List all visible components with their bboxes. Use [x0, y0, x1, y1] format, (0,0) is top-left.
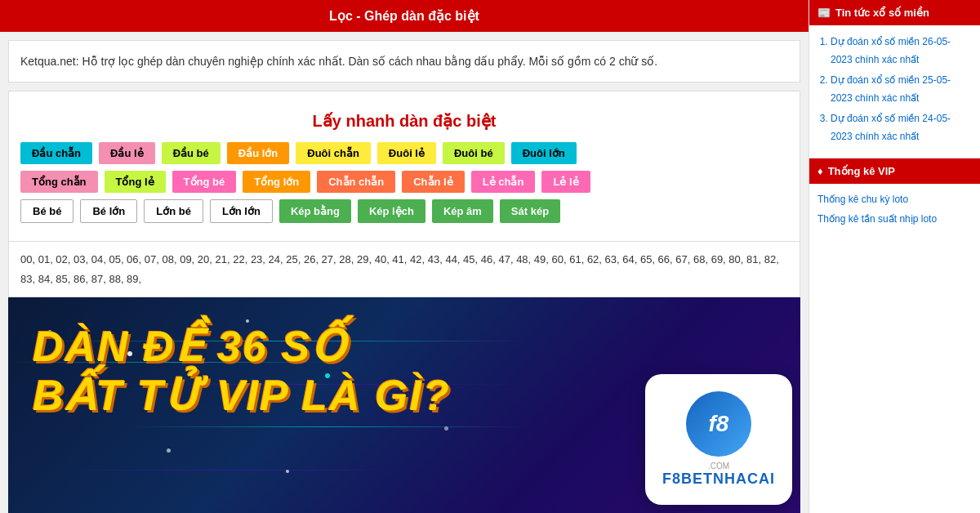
filter-row-2: Tổng chẵn Tổng lẻ Tổng bé Tổng lớn Chẵn … [20, 171, 788, 193]
vip-item-2-text: Thống kê tần suất nhịp loto [817, 213, 937, 225]
main-content: Lọc - Ghép dàn đặc biệt Ketqua.net: Hỗ t… [0, 0, 808, 513]
f8bet-domain-text: .COM [708, 462, 729, 471]
quick-title: Lấy nhanh dàn đặc biệt [20, 103, 788, 142]
sidebar-news-content: Dự đoán xổ số miền 26-05-2023 chính xác … [809, 25, 980, 158]
f8bet-brand-name: F8BETNHACAI [662, 471, 775, 488]
filter-duoi-le[interactable]: Đuôi lẻ [377, 142, 436, 164]
filter-duoi-lon[interactable]: Đuôi lớn [511, 142, 577, 164]
news-item-2[interactable]: Dự đoán xổ số miền 25-05-2023 chính xác … [831, 72, 972, 107]
filter-kep-am[interactable]: Kép âm [432, 199, 493, 223]
news-item-2-text: Dự đoán xổ số miền 25-05-2023 chính xác … [831, 74, 951, 104]
f8bet-logo-text: f8 [709, 411, 729, 437]
filter-le-chan[interactable]: Lẻ chẵn [471, 171, 536, 193]
sidebar-news-header-label: Tin tức xổ số miền [835, 7, 929, 19]
filter-duoi-chan[interactable]: Đuôi chẵn [296, 142, 371, 164]
info-box: Ketqua.net: Hỗ trợ lọc ghép dàn chuyên n… [8, 40, 800, 83]
sidebar: 📰 Tin tức xổ số miền Dự đoán xổ số miền … [808, 0, 980, 513]
page-title: Lọc - Ghép dàn đặc biệt [329, 9, 479, 23]
filter-sat-kep[interactable]: Sát kép [500, 199, 560, 223]
info-text: Ketqua.net: Hỗ trợ lọc ghép dàn chuyên n… [20, 55, 657, 68]
filter-tong-lon[interactable]: Tổng lớn [243, 171, 310, 193]
banner-text-line2: BẤT TỬ VIP LÀ GÌ? [33, 371, 451, 420]
filter-be-lon[interactable]: Bé lớn [80, 199, 137, 223]
filter-dau-be[interactable]: Đầu bé [162, 142, 220, 164]
filter-tong-be[interactable]: Tổng bé [172, 171, 237, 193]
vip-item-2[interactable]: Thống kê tần suất nhịp loto [817, 212, 972, 226]
filter-chan-le[interactable]: Chẵn lẻ [402, 171, 465, 193]
filter-tong-le[interactable]: Tổng lẻ [105, 171, 166, 193]
numbers-display: 00, 01, 02, 03, 04, 05, 06, 07, 08, 09, … [8, 242, 800, 297]
diamond-icon: ♦ [817, 165, 823, 177]
filters-section: Lấy nhanh dàn đặc biệt Đầu chẵn Đầu lẻ Đ… [8, 91, 800, 242]
filter-lon-lon[interactable]: Lớn lớn [210, 199, 273, 223]
f8bet-logo: f8 [686, 391, 751, 457]
banner-text-line1: DÀN ĐỀ 36 SỐ [33, 322, 346, 371]
news-item-1[interactable]: Dự đoán xổ số miền 26-05-2023 chính xác … [831, 33, 972, 69]
f8bet-domain: .COM [708, 462, 729, 471]
filter-row-3: Bé bé Bé lớn Lớn bé Lớn lớn Kép bằng Kép… [20, 199, 788, 223]
filter-tong-chan[interactable]: Tổng chẵn [20, 171, 98, 193]
sidebar-vip-content: Thống kê chu kỳ loto Thống kê tần suất n… [809, 184, 980, 239]
filter-row-1: Đầu chẵn Đầu lẻ Đầu bé Đầu lớn Đuôi chẵn… [20, 142, 788, 164]
filter-dau-le[interactable]: Đầu lẻ [99, 142, 155, 164]
filter-duoi-be[interactable]: Đuôi bé [443, 142, 505, 164]
filter-kep-lech[interactable]: Kép lệch [358, 199, 425, 223]
filter-dau-chan[interactable]: Đầu chẵn [20, 142, 92, 164]
banner-area: DÀN ĐỀ 36 SỐ BẤT TỬ VIP LÀ GÌ? f8 .COM F… [8, 297, 800, 513]
f8bet-badge[interactable]: f8 .COM F8BETNHACAI [645, 374, 792, 505]
news-item-3-text: Dự đoán xổ số miền 24-05-2023 chính xác … [831, 113, 951, 142]
sidebar-vip-header: ♦ Thống kê VIP [809, 158, 980, 184]
news-item-3[interactable]: Dự đoán xổ số miền 24-05-2023 chính xác … [831, 110, 972, 145]
sidebar-news-header: 📰 Tin tức xổ số miền [809, 0, 980, 25]
news-item-1-text: Dự đoán xổ số miền 26-05-2023 chính xác … [831, 36, 951, 65]
vip-item-1[interactable]: Thống kê chu kỳ loto [817, 192, 972, 207]
sidebar-vip-header-label: Thống kê VIP [828, 165, 895, 177]
filter-le-le[interactable]: Lẻ lẻ [541, 171, 590, 193]
filter-lon-be[interactable]: Lớn bé [144, 199, 203, 223]
numbers-text: 00, 01, 02, 03, 04, 05, 06, 07, 08, 09, … [20, 253, 779, 284]
filter-chan-chan[interactable]: Chẵn chẵn [317, 171, 395, 193]
newspaper-icon: 📰 [817, 7, 831, 19]
filter-kep-bang[interactable]: Kép bằng [279, 199, 351, 223]
filter-be-be[interactable]: Bé bé [20, 199, 74, 223]
vip-item-1-text: Thống kê chu kỳ loto [817, 194, 908, 205]
page-header: Lọc - Ghép dàn đặc biệt [0, 0, 808, 32]
filter-dau-lon[interactable]: Đầu lớn [227, 142, 290, 164]
